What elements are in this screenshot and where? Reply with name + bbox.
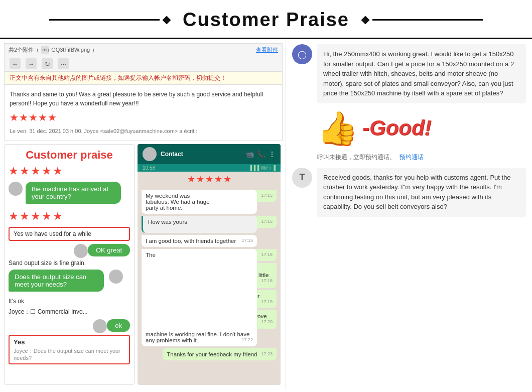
- call-icon[interactable]: 📞: [257, 150, 265, 158]
- ok-great-text: OK great: [96, 246, 122, 254]
- wa-header-icons: 📹 📞 ⋮: [245, 150, 276, 158]
- email-warning: 正文中含有来自其他站点的图片或链接，如遇提示输入帐户名和密码，切勿提交！: [4, 71, 283, 84]
- right-chat-bottom: T Received goods, thanks for you help wi…: [292, 168, 526, 217]
- star-8: ★: [31, 210, 41, 223]
- wa-star-1: ★: [187, 174, 195, 185]
- ok-row: ok: [9, 319, 130, 335]
- output-question-bubble: Does the output size can meet your needs…: [9, 270, 104, 292]
- wa-i-am-good: I am good too, with friends together 17:…: [142, 235, 257, 247]
- email-stars: ★★★★★: [10, 110, 277, 125]
- yes-box: Yes Joyce：Does the output size can meet …: [9, 335, 130, 364]
- chat-praise-title: Customer praise: [9, 149, 130, 162]
- wa-time-4: 17:16: [261, 252, 273, 257]
- used-for-while-bubble: Yes we have used for a while: [9, 227, 130, 241]
- more-icon[interactable]: ⋮: [269, 150, 276, 158]
- right-message-top: Hi, the 250mmx400 is working great. I wo…: [317, 44, 526, 103]
- email-body: Thanks and same to you! Was a great plea…: [4, 84, 283, 141]
- output-question-row: Does the output size can meet your needs…: [9, 270, 130, 295]
- star-9: ★: [42, 210, 52, 223]
- more-button[interactable]: ⋯: [58, 58, 69, 69]
- wa-time: 10:58: [143, 165, 155, 171]
- ok-great-row: OK great: [9, 244, 130, 259]
- good-area: 👍 -Good!: [292, 109, 526, 147]
- invoice-text: Joyce：☐ Commercial Invo...: [9, 308, 130, 316]
- chinese-link[interactable]: 预约通话: [400, 153, 424, 162]
- output-q2-text: Joyce：Does the output size can meet your…: [14, 347, 125, 361]
- used-for-while-row: Yes we have used for a while: [9, 227, 130, 244]
- output-question-text: Does the output size can meet your needs…: [15, 273, 86, 288]
- wa-stars: ★ ★ ★ ★ ★: [138, 172, 281, 187]
- sand-output-text: Sand ouput size is fine grain.: [9, 259, 130, 267]
- chat-stars-row: ★ ★ ★ ★ ★: [9, 165, 130, 178]
- star-6: ★: [9, 210, 19, 223]
- its-ok-text: It's ok: [9, 298, 130, 305]
- attachment-suffix: ）: [92, 46, 97, 54]
- wa-how-was-yours-2: How was yours: [142, 216, 257, 233]
- wa-star-5: ★: [223, 174, 231, 185]
- wa-working-fine: The machine is working real fine. I don'…: [142, 249, 257, 346]
- wa-time-1: 17:15: [261, 193, 273, 198]
- wa-star-3: ★: [205, 174, 213, 185]
- right-chat-top: ◯ Hi, the 250mmx400 is working great. I …: [292, 44, 526, 103]
- avatar-4: [93, 319, 107, 333]
- wa-how-was-yours-2-text: How was yours: [148, 219, 187, 225]
- wa-status-bar: 10:58 ▐▐▐ WiFi ▐: [138, 164, 281, 172]
- email-date-line: Le ven. 31 déc. 2021 03 h 00, Joyce <sal…: [10, 127, 277, 136]
- header-diamond-left: [162, 16, 171, 24]
- chinese-row: 呼叫未接通，立即预约通话。 预约通话: [292, 153, 526, 162]
- wa-time-7: 17:20: [261, 319, 273, 324]
- yes-text: Yes: [14, 338, 125, 346]
- attachment-icon: img: [41, 46, 49, 54]
- wa-working-fine-text: The machine is working real fine. I don'…: [146, 252, 249, 343]
- wa-body: How was yours 17:15 My weekend was fabul…: [138, 187, 281, 385]
- wa-star-4: ★: [214, 174, 222, 185]
- wa-time-3: 17:15: [241, 238, 253, 243]
- wa-signal: ▐▐▐ WiFi ▐: [248, 165, 276, 171]
- forward-button[interactable]: →: [26, 58, 37, 69]
- video-icon[interactable]: 📹: [245, 150, 254, 158]
- attachment-label: 共2个附件（: [9, 46, 39, 54]
- wa-thanks-feedback-text: Thanks for your feedback my friend: [167, 351, 257, 357]
- attachment-name: GQ3tFiIBW.png: [51, 47, 90, 53]
- wa-time-9: 17:23: [261, 351, 273, 356]
- machine-arrived-bubble: the machine has arrived at your country?: [26, 182, 121, 204]
- email-thanks-text: Thanks and same to you! Was a great plea…: [10, 90, 277, 108]
- circle-icon: ◯: [298, 50, 307, 59]
- wa-time-8: 17:22: [241, 337, 253, 342]
- avatar-3: [109, 270, 123, 284]
- page-header: Customer Praise: [0, 0, 532, 39]
- wa-header: Contact 📹 📞 ⋮: [138, 144, 281, 164]
- email-attachment-info: 共2个附件（ img GQ3tFiIBW.png ）: [9, 46, 97, 54]
- ok-bubble: ok: [107, 319, 130, 332]
- right-message-top-text: Hi, the 250mmx400 is working great. I wo…: [323, 50, 514, 97]
- back-button[interactable]: ←: [10, 58, 21, 69]
- refresh-button[interactable]: ↻: [42, 58, 53, 69]
- email-topbar: 共2个附件（ img GQ3tFiIBW.png ） 查看附件: [4, 43, 283, 56]
- left-panel: 共2个附件（ img GQ3tFiIBW.png ） 查看附件 ← → ↻ ⋯ …: [0, 39, 286, 390]
- page-title: Customer Praise: [183, 9, 349, 31]
- email-navbar: ← → ↻ ⋯: [4, 56, 283, 71]
- wa-time-5: 17:18: [261, 278, 273, 283]
- t-letter: T: [300, 172, 305, 183]
- wa-header-info: Contact: [161, 151, 241, 158]
- star-10: ★: [53, 210, 63, 223]
- wa-weekend-msg: My weekend was fabulous. We had a huge p…: [142, 190, 257, 214]
- star-2: ★: [20, 165, 30, 178]
- right-avatar-top: ◯: [292, 44, 312, 64]
- main-content: 共2个附件（ img GQ3tFiIBW.png ） 查看附件 ← → ↻ ⋯ …: [0, 39, 532, 390]
- wa-contact-avatar: [143, 147, 157, 161]
- right-message-bottom-text: Received goods, thanks for you help with…: [323, 174, 511, 211]
- t-avatar: T: [292, 168, 312, 188]
- view-attachments-link[interactable]: 查看附件: [256, 46, 278, 54]
- avatar-1: [9, 182, 23, 196]
- thumbs-up-emoji: 👍: [317, 109, 357, 147]
- star-7: ★: [20, 210, 30, 223]
- wa-i-am-good-text: I am good too, with friends together: [146, 238, 236, 244]
- left-lower-section: Customer praise ★ ★ ★ ★ ★ the machine ha…: [4, 144, 283, 385]
- whatsapp-panel: Contact 📹 📞 ⋮ 10:58 ▐▐▐ WiFi ▐ ★ ★: [138, 144, 281, 385]
- header-line-left: [49, 19, 160, 21]
- chinese-text: 呼叫未接通，立即预约通话。: [317, 153, 395, 162]
- chat-left-panel: Customer praise ★ ★ ★ ★ ★ the machine ha…: [4, 144, 135, 385]
- good-label: -Good!: [362, 116, 432, 140]
- star-5: ★: [53, 165, 63, 178]
